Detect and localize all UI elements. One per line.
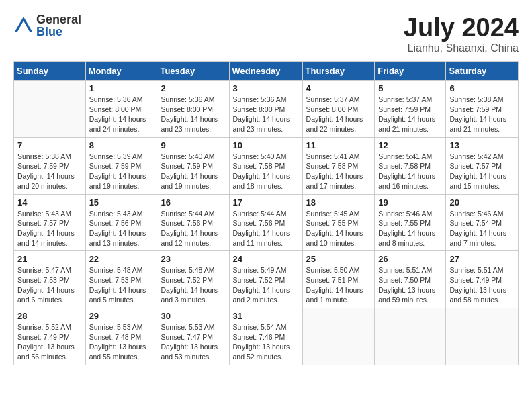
day-info: Sunrise: 5:53 AM Sunset: 7:48 PM Dayligh… [89, 322, 154, 362]
day-number: 7 [17, 140, 82, 150]
day-number: 21 [17, 254, 82, 264]
day-info: Sunrise: 5:49 AM Sunset: 7:52 PM Dayligh… [233, 265, 299, 305]
table-row: 3Sunrise: 5:36 AM Sunset: 8:00 PM Daylig… [229, 81, 302, 138]
calendar-header-row: Sunday Monday Tuesday Wednesday Thursday… [14, 62, 519, 81]
table-row: 4Sunrise: 5:37 AM Sunset: 8:00 PM Daylig… [302, 81, 375, 138]
table-row: 17Sunrise: 5:44 AM Sunset: 7:56 PM Dayli… [229, 194, 302, 251]
col-friday: Friday [375, 62, 446, 81]
day-info: Sunrise: 5:44 AM Sunset: 7:56 PM Dayligh… [233, 209, 299, 248]
calendar-week-row: 21Sunrise: 5:47 AM Sunset: 7:53 PM Dayli… [14, 251, 519, 308]
table-row: 9Sunrise: 5:40 AM Sunset: 7:59 PM Daylig… [157, 137, 229, 194]
day-info: Sunrise: 5:51 AM Sunset: 7:49 PM Dayligh… [449, 265, 515, 305]
day-info: Sunrise: 5:44 AM Sunset: 7:56 PM Dayligh… [161, 209, 225, 248]
logo-blue: Blue [36, 26, 81, 38]
day-number: 24 [233, 254, 299, 264]
day-number: 11 [306, 140, 371, 150]
table-row: 19Sunrise: 5:46 AM Sunset: 7:55 PM Dayli… [375, 194, 446, 251]
table-row: 11Sunrise: 5:41 AM Sunset: 7:58 PM Dayli… [302, 137, 375, 194]
day-number: 18 [306, 197, 371, 208]
table-row: 24Sunrise: 5:49 AM Sunset: 7:52 PM Dayli… [229, 251, 302, 308]
table-row: 26Sunrise: 5:51 AM Sunset: 7:50 PM Dayli… [375, 251, 446, 308]
day-info: Sunrise: 5:54 AM Sunset: 7:46 PM Dayligh… [233, 322, 299, 362]
day-info: Sunrise: 5:38 AM Sunset: 7:59 PM Dayligh… [449, 95, 515, 134]
table-row: 20Sunrise: 5:46 AM Sunset: 7:54 PM Dayli… [446, 194, 519, 251]
day-info: Sunrise: 5:36 AM Sunset: 8:00 PM Dayligh… [161, 95, 225, 134]
day-number: 29 [89, 311, 154, 321]
day-number: 19 [378, 197, 442, 208]
table-row: 29Sunrise: 5:53 AM Sunset: 7:48 PM Dayli… [85, 308, 157, 365]
table-row [446, 308, 519, 365]
day-info: Sunrise: 5:47 AM Sunset: 7:53 PM Dayligh… [17, 265, 82, 305]
table-row: 12Sunrise: 5:41 AM Sunset: 7:58 PM Dayli… [375, 137, 446, 194]
col-sunday: Sunday [14, 62, 86, 81]
table-row: 16Sunrise: 5:44 AM Sunset: 7:56 PM Dayli… [157, 194, 229, 251]
day-number: 27 [449, 254, 515, 264]
day-number: 5 [378, 83, 442, 93]
table-row: 23Sunrise: 5:48 AM Sunset: 7:52 PM Dayli… [157, 251, 229, 308]
calendar-table: Sunday Monday Tuesday Wednesday Thursday… [13, 61, 519, 365]
day-info: Sunrise: 5:37 AM Sunset: 8:00 PM Dayligh… [306, 95, 371, 134]
month-year: July 2024 [404, 13, 519, 42]
table-row: 1Sunrise: 5:36 AM Sunset: 8:00 PM Daylig… [85, 81, 157, 138]
table-row: 2Sunrise: 5:36 AM Sunset: 8:00 PM Daylig… [157, 81, 229, 138]
calendar-week-row: 28Sunrise: 5:52 AM Sunset: 7:49 PM Dayli… [14, 308, 519, 365]
day-info: Sunrise: 5:50 AM Sunset: 7:51 PM Dayligh… [306, 265, 371, 305]
day-info: Sunrise: 5:38 AM Sunset: 7:59 PM Dayligh… [17, 152, 82, 191]
day-info: Sunrise: 5:43 AM Sunset: 7:57 PM Dayligh… [17, 209, 82, 248]
col-wednesday: Wednesday [229, 62, 302, 81]
table-row: 7Sunrise: 5:38 AM Sunset: 7:59 PM Daylig… [14, 137, 86, 194]
day-info: Sunrise: 5:41 AM Sunset: 7:58 PM Dayligh… [306, 152, 371, 191]
table-row: 15Sunrise: 5:43 AM Sunset: 7:56 PM Dayli… [85, 194, 157, 251]
day-info: Sunrise: 5:52 AM Sunset: 7:49 PM Dayligh… [17, 322, 82, 362]
table-row: 25Sunrise: 5:50 AM Sunset: 7:51 PM Dayli… [302, 251, 375, 308]
table-row: 28Sunrise: 5:52 AM Sunset: 7:49 PM Dayli… [14, 308, 86, 365]
table-row: 6Sunrise: 5:38 AM Sunset: 7:59 PM Daylig… [446, 81, 519, 138]
day-number: 30 [161, 311, 225, 321]
day-info: Sunrise: 5:39 AM Sunset: 7:59 PM Dayligh… [89, 152, 154, 191]
day-number: 14 [17, 197, 82, 208]
logo-general: General [36, 13, 81, 26]
table-row: 8Sunrise: 5:39 AM Sunset: 7:59 PM Daylig… [85, 137, 157, 194]
day-info: Sunrise: 5:36 AM Sunset: 8:00 PM Dayligh… [89, 95, 154, 134]
table-row [375, 308, 446, 365]
table-row: 10Sunrise: 5:40 AM Sunset: 7:58 PM Dayli… [229, 137, 302, 194]
page-header: General Blue July 2024 Lianhu, Shaanxi, … [13, 13, 519, 54]
day-number: 10 [233, 140, 299, 150]
day-number: 16 [161, 197, 225, 208]
day-number: 17 [233, 197, 299, 208]
table-row: 21Sunrise: 5:47 AM Sunset: 7:53 PM Dayli… [14, 251, 86, 308]
table-row: 5Sunrise: 5:37 AM Sunset: 7:59 PM Daylig… [375, 81, 446, 138]
day-number: 1 [89, 83, 154, 93]
table-row: 18Sunrise: 5:45 AM Sunset: 7:55 PM Dayli… [302, 194, 375, 251]
day-info: Sunrise: 5:41 AM Sunset: 7:58 PM Dayligh… [378, 152, 442, 191]
day-info: Sunrise: 5:45 AM Sunset: 7:55 PM Dayligh… [306, 209, 371, 248]
day-info: Sunrise: 5:40 AM Sunset: 7:58 PM Dayligh… [233, 152, 299, 191]
col-monday: Monday [85, 62, 157, 81]
day-number: 26 [378, 254, 442, 264]
table-row: 31Sunrise: 5:54 AM Sunset: 7:46 PM Dayli… [229, 308, 302, 365]
calendar-week-row: 7Sunrise: 5:38 AM Sunset: 7:59 PM Daylig… [14, 137, 519, 194]
day-info: Sunrise: 5:43 AM Sunset: 7:56 PM Dayligh… [89, 209, 154, 248]
day-number: 6 [449, 83, 515, 93]
table-row: 30Sunrise: 5:53 AM Sunset: 7:47 PM Dayli… [157, 308, 229, 365]
day-info: Sunrise: 5:48 AM Sunset: 7:53 PM Dayligh… [89, 265, 154, 305]
logo-text: General Blue [36, 13, 81, 38]
table-row: 27Sunrise: 5:51 AM Sunset: 7:49 PM Dayli… [446, 251, 519, 308]
table-row: 13Sunrise: 5:42 AM Sunset: 7:57 PM Dayli… [446, 137, 519, 194]
location: Lianhu, Shaanxi, China [404, 42, 519, 54]
col-thursday: Thursday [302, 62, 375, 81]
table-row [302, 308, 375, 365]
day-info: Sunrise: 5:37 AM Sunset: 7:59 PM Dayligh… [378, 95, 442, 134]
day-number: 22 [89, 254, 154, 264]
day-number: 12 [378, 140, 442, 150]
day-number: 28 [17, 311, 82, 321]
day-info: Sunrise: 5:53 AM Sunset: 7:47 PM Dayligh… [161, 322, 225, 362]
day-number: 20 [449, 197, 515, 208]
table-row [14, 81, 86, 138]
logo-icon [13, 15, 34, 36]
col-tuesday: Tuesday [157, 62, 229, 81]
day-number: 15 [89, 197, 154, 208]
day-number: 31 [233, 311, 299, 321]
day-number: 23 [161, 254, 225, 264]
title-block: July 2024 Lianhu, Shaanxi, China [404, 13, 519, 54]
